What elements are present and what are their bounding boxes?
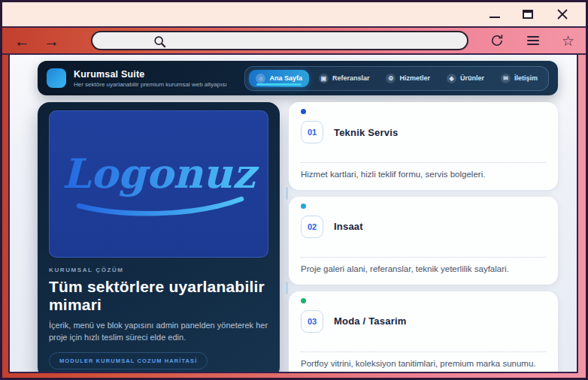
sector-title: Moda / Tasarim — [334, 315, 406, 327]
hero-eyebrow: KURUMSAL ÇÖZÜM — [49, 267, 268, 273]
solution-map-button[interactable]: MODULER KURUMSAL COZUM HARİTASİ — [49, 352, 208, 369]
nav-label: Ana Sayfa — [269, 74, 302, 82]
sector-number-badge: 02 — [301, 216, 323, 238]
sector-header: 03 Moda / Tasarim — [301, 310, 546, 333]
sector-header: 02 Insaat — [301, 216, 546, 238]
nav-label: İletişim — [514, 74, 538, 82]
nav-label: Hizmetler — [399, 74, 430, 82]
forward-button[interactable]: → — [44, 33, 59, 49]
close-icon — [556, 8, 569, 21]
logonuz-logo: Logonuz — [53, 140, 264, 228]
sector-title: Insaat — [334, 221, 363, 232]
url-input[interactable] — [92, 32, 467, 49]
brand-text: Kurumsal Suite Her sektöre uyarlanabilir… — [74, 69, 227, 88]
sector-dot — [301, 204, 306, 209]
brand-logo-icon — [47, 68, 66, 88]
sector-card-teknik-servis[interactable]: 01 Teknik Servis Hizmet kartlari, hizli … — [289, 102, 558, 190]
sector-number-badge: 03 — [301, 310, 323, 333]
back-button[interactable]: ← — [14, 33, 30, 49]
browser-toolbar: ← → ☆ — [2, 28, 586, 55]
sector-header: 01 Teknik Servis — [301, 121, 546, 143]
sector-description: Hizmet kartlari, hizli teklif formu, ser… — [301, 170, 546, 179]
logo-panel: Logonuz — [49, 110, 268, 258]
sector-description: Proje galeri alani, referanslar, teknik … — [301, 264, 546, 273]
svg-text:Logonuz: Logonuz — [62, 149, 259, 198]
star-icon: ☆ — [562, 34, 574, 48]
hamburger-icon — [527, 36, 539, 45]
browser-window: ← → ☆ — [0, 0, 588, 380]
nav-label: Referanslar — [332, 74, 370, 82]
menu-button[interactable] — [527, 36, 539, 45]
nav-item-urunler[interactable]: ◈ Ürünler — [440, 70, 491, 87]
nav-item-iletisim[interactable]: ✉ İletişim — [494, 70, 544, 87]
dotted-divider — [301, 257, 546, 258]
hero-card: Logonuz KURUMSAL ÇÖZÜM Tüm sektörlere uy… — [38, 102, 280, 373]
maximize-button[interactable] — [523, 10, 533, 19]
references-icon: ▣ — [319, 74, 329, 83]
page-viewport: Kurumsal Suite Her sektöre uyarlanabilir… — [8, 55, 578, 373]
sector-card-moda-tasarim[interactable]: 03 Moda / Tasarim Portfoy vitrini, kolek… — [289, 291, 558, 373]
sector-number-badge: 01 — [301, 121, 323, 143]
dotted-divider — [301, 351, 546, 352]
nav-item-ana-sayfa[interactable]: ⌂ Ana Sayfa — [249, 70, 309, 87]
site-tagline: Her sektöre uyarlanabilir premium kurums… — [74, 81, 227, 88]
home-icon: ⌂ — [256, 74, 265, 83]
site-header: Kurumsal Suite Her sektöre uyarlanabilir… — [38, 61, 558, 95]
favorite-button[interactable]: ☆ — [562, 34, 574, 48]
nav-item-referanslar[interactable]: ▣ Referanslar — [312, 70, 377, 87]
sector-description: Portfoy vitrini, koleksiyon tanitimlari,… — [301, 359, 546, 368]
sector-list: 01 Teknik Servis Hizmet kartlari, hizli … — [289, 102, 558, 373]
services-icon: ⚙ — [386, 74, 396, 83]
maximize-icon — [523, 10, 533, 19]
contact-icon: ✉ — [501, 74, 511, 83]
page-content: Kurumsal Suite Her sektöre uyarlanabilir… — [10, 55, 577, 372]
sector-card-insaat[interactable]: 02 Insaat Proje galeri alani, referansla… — [289, 197, 558, 285]
sector-dot — [301, 109, 306, 114]
main-content: Logonuz KURUMSAL ÇÖZÜM Tüm sektörlere uy… — [38, 102, 558, 363]
close-button[interactable] — [556, 8, 569, 21]
url-bar[interactable] — [91, 31, 468, 50]
products-icon: ◈ — [447, 74, 456, 83]
page-title: Tüm sektörlere uyarlanabilir mimari — [49, 278, 268, 314]
nav-item-hizmetler[interactable]: ⚙ Hizmetler — [379, 70, 437, 87]
minimize-icon — [489, 17, 500, 18]
site-nav: ⌂ Ana Sayfa ▣ Referanslar ⚙ Hizmetler ◈ … — [244, 66, 549, 91]
nav-label: Ürünler — [460, 74, 484, 82]
site-title: Kurumsal Suite — [74, 69, 227, 80]
minimize-button[interactable] — [489, 11, 500, 18]
hero-description: İçerik, menü ve blok yapısını admin pane… — [49, 320, 268, 344]
dotted-divider — [301, 162, 546, 163]
sector-title: Teknik Servis — [334, 127, 398, 138]
refresh-icon — [489, 33, 505, 48]
brand: Kurumsal Suite Her sektöre uyarlanabilir… — [47, 68, 227, 88]
window-titlebar — [2, 2, 586, 28]
sector-dot — [301, 298, 306, 303]
refresh-button[interactable] — [489, 33, 505, 48]
